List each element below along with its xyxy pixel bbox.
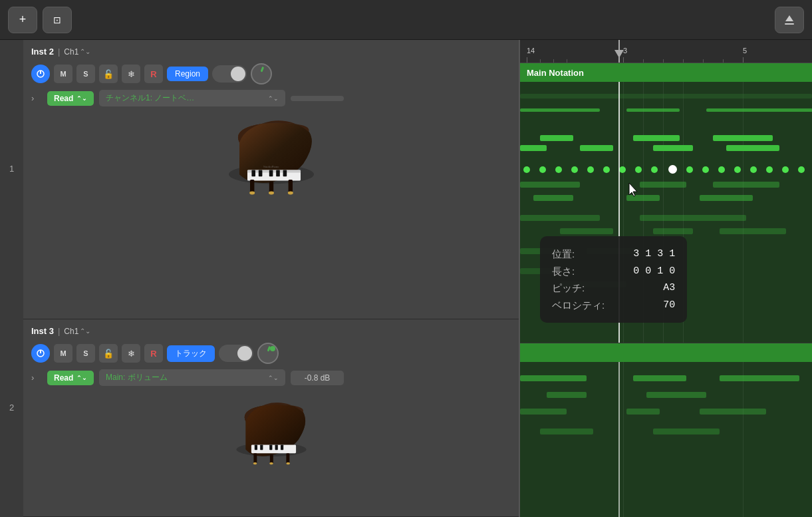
tooltip-length-row: 長さ: 0 0 1 0 xyxy=(552,263,675,280)
note-bar xyxy=(653,228,693,234)
toolbar-left: + ⊡ xyxy=(8,7,72,33)
tooltip-velocity-row: ベロシティ: 70 xyxy=(552,297,675,314)
track-1-read-arrow: ⌃⌄ xyxy=(76,95,87,102)
track-number-1: 1 xyxy=(0,40,23,298)
track-1-solo-button[interactable]: S xyxy=(76,65,95,83)
svg-point-17 xyxy=(269,192,274,195)
track-1-knob-dial[interactable] xyxy=(251,63,272,85)
notation-header: Main Notation xyxy=(520,63,812,82)
track-2-mute-button[interactable]: M xyxy=(54,344,72,363)
track-2-lock-button[interactable]: 🔓 xyxy=(99,344,118,363)
svg-rect-30 xyxy=(269,454,273,463)
add-button[interactable]: + xyxy=(8,7,37,33)
svg-rect-22 xyxy=(251,445,295,454)
note-bar xyxy=(640,182,686,188)
svg-rect-0 xyxy=(785,23,794,25)
vgrid-line xyxy=(623,362,624,517)
track-1-freeze-button[interactable]: ❄ xyxy=(122,65,140,83)
svg-rect-12 xyxy=(250,180,254,193)
track-1-sep: | xyxy=(58,47,60,57)
note-bar xyxy=(633,135,680,141)
track-number-2: 2 xyxy=(0,298,23,517)
roll-grid-track1: 位置: 3 1 3 1 長さ: 0 0 1 0 ピッチ: A3 ベロシティ: 7… xyxy=(520,82,812,343)
track-1-channel[interactable]: Ch1 ⌃⌄ xyxy=(64,47,90,57)
note-bar-t2 xyxy=(540,429,593,434)
note-bar xyxy=(520,145,547,151)
roll-track2 xyxy=(520,343,812,517)
svg-rect-9 xyxy=(269,170,273,177)
track-2-channel[interactable]: Ch1 ⌃⌄ xyxy=(64,327,90,336)
tooltip-pitch-row: ピッチ: A3 xyxy=(552,279,675,297)
track-1-mute-button[interactable]: M xyxy=(54,65,72,83)
ruler-subtick xyxy=(663,59,664,63)
track-2-knob-dial[interactable] xyxy=(257,343,279,364)
svg-rect-26 xyxy=(275,445,277,450)
track-1-record-button[interactable]: R xyxy=(144,65,163,83)
track-1-power-button[interactable] xyxy=(31,65,50,83)
track-2-automation-row: › Read ⌃⌄ Main: ボリューム ⌃⌄ -0.8 dB xyxy=(23,367,519,389)
svg-point-31 xyxy=(253,462,257,465)
track-1-channel-selector[interactable]: チャンネル1: ノートベ… ⌃⌄ xyxy=(99,90,285,106)
note-bar xyxy=(700,195,753,201)
track-2: Inst 3 | Ch1 ⌃⌄ M S xyxy=(23,319,519,517)
svg-rect-23 xyxy=(254,445,257,450)
track-2-solo-button[interactable]: S xyxy=(76,344,95,363)
track-2-read-button[interactable]: Read ⌃⌄ xyxy=(47,371,94,385)
ruler-marker-14: 14 xyxy=(527,47,535,55)
svg-rect-25 xyxy=(269,445,272,450)
track-1-toggle[interactable] xyxy=(212,65,247,83)
track-1: Inst 2 | Ch1 ⌃⌄ M S xyxy=(23,40,519,319)
track-2-sep: | xyxy=(58,326,60,336)
playhead-triangle xyxy=(614,50,624,58)
track-2-controls: M S 🔓 ❄ R トラック xyxy=(23,340,519,367)
note-dot xyxy=(571,166,578,173)
track-1-expand[interactable]: › xyxy=(31,93,42,103)
track-2-name: Inst 3 xyxy=(31,326,54,336)
track-1-ch-arrow: ⌃⌄ xyxy=(80,48,90,55)
note-dot xyxy=(798,166,805,173)
note-dot xyxy=(635,166,642,173)
track-2-read-arrow: ⌃⌄ xyxy=(76,375,87,381)
svg-point-16 xyxy=(287,192,293,195)
playhead-ruler xyxy=(618,40,620,63)
svg-point-32 xyxy=(286,462,290,465)
note-bar xyxy=(713,135,773,141)
svg-point-33 xyxy=(269,462,273,465)
toolbar-right xyxy=(775,7,804,33)
note-bar-t2 xyxy=(520,375,587,381)
track-2-channel-selector[interactable]: Main: ボリューム ⌃⌄ xyxy=(99,369,285,386)
track-list: 1 2 Inst 2 | Ch1 ⌃⌄ xyxy=(0,40,519,517)
note-dot xyxy=(523,166,530,173)
track-2-power-button[interactable] xyxy=(31,344,50,363)
svg-point-15 xyxy=(249,192,255,195)
tooltip-length-value: 0 0 1 0 xyxy=(615,263,675,280)
track-1-value xyxy=(291,96,344,101)
tooltip-velocity-label: ベロシティ: xyxy=(552,297,605,314)
track-1-mode-button[interactable]: Region xyxy=(167,67,208,81)
note-bar-t2 xyxy=(720,375,799,381)
track-1-header: Inst 2 | Ch1 ⌃⌄ xyxy=(23,40,519,61)
track-2-channel-label: Main: ボリューム xyxy=(106,372,168,383)
note-bar-t2 xyxy=(547,392,587,398)
track-1-lock-button[interactable]: 🔓 xyxy=(99,65,118,83)
track-2-expand[interactable]: › xyxy=(31,373,42,383)
track-1-read-button[interactable]: Read ⌃⌄ xyxy=(47,91,94,106)
ruler-subtick xyxy=(703,59,704,63)
note-bg-row xyxy=(520,94,812,98)
duplicate-button[interactable]: ⊡ xyxy=(43,7,72,33)
download-button[interactable] xyxy=(775,7,804,33)
track-1-channel-label: チャンネル1: ノートベ… xyxy=(106,92,194,104)
track-2-toggle[interactable] xyxy=(219,345,253,362)
track-2-mode-button[interactable]: トラック xyxy=(167,345,215,362)
note-bar-t2 xyxy=(626,409,660,415)
ruler-subtick xyxy=(683,59,684,63)
track-2-read-label: Read xyxy=(54,373,73,383)
playhead-track2 xyxy=(618,362,620,517)
ruler-subtick xyxy=(553,59,554,63)
track-2-freeze-button[interactable]: ❄ xyxy=(122,344,140,363)
track-2-record-button[interactable]: R xyxy=(144,344,163,363)
svg-rect-24 xyxy=(260,445,263,450)
note-bar xyxy=(533,195,573,201)
svg-rect-8 xyxy=(258,170,262,177)
track-number-col: 1 2 xyxy=(0,40,23,517)
